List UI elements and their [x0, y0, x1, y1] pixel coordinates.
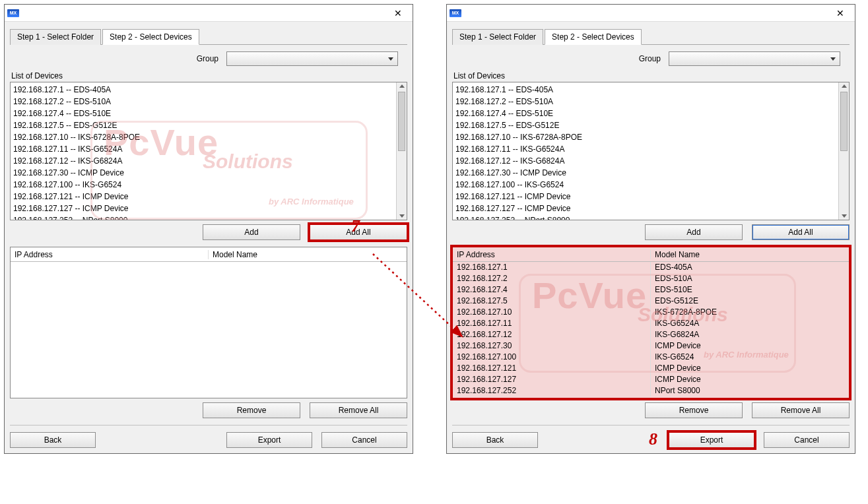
cell-model: EDS-510E [651, 284, 849, 296]
table-row[interactable]: 192.168.127.12IKS-G6824A [453, 329, 849, 340]
table-row[interactable]: 192.168.127.30ICMP Device [453, 340, 849, 352]
tab-step2[interactable]: Step 2 - Select Devices [102, 29, 199, 45]
cell-model: EDS-510A [651, 273, 849, 284]
titlebar: MX ✕ [447, 5, 855, 22]
tab-bar: Step 1 - Select Folder Step 2 - Select D… [452, 28, 850, 45]
device-item[interactable]: 192.168.127.5 -- EDS-G512E [13, 119, 393, 131]
device-item[interactable]: 192.168.127.12 -- IKS-G6824A [13, 155, 393, 167]
close-icon: ✕ [394, 8, 402, 18]
remove-button[interactable]: Remove [645, 402, 743, 418]
cell-model: EDS-G512E [651, 296, 849, 307]
device-item[interactable]: 192.168.127.30 -- ICMP Device [455, 167, 836, 179]
tab-step1[interactable]: Step 1 - Select Folder [10, 29, 101, 45]
device-item[interactable]: 192.168.127.252 -- NPort S8000 [13, 214, 393, 220]
cell-model: NPort S8000 [651, 385, 849, 396]
device-item[interactable]: 192.168.127.127 -- ICMP Device [455, 203, 836, 214]
device-item[interactable]: 192.168.127.10 -- IKS-6728A-8POE [455, 131, 836, 143]
device-item[interactable]: 192.168.127.5 -- EDS-G512E [455, 119, 836, 131]
table-row[interactable]: 192.168.127.252NPort S8000 [453, 385, 849, 396]
device-item[interactable]: 192.168.127.30 -- ICMP Device [13, 167, 393, 179]
device-item[interactable]: 192.168.127.4 -- EDS-510E [13, 108, 393, 119]
close-button[interactable]: ✕ [828, 6, 852, 20]
device-item[interactable]: 192.168.127.11 -- IKS-G6524A [455, 143, 836, 155]
close-button[interactable]: ✕ [386, 6, 410, 20]
table-row[interactable]: 192.168.127.5EDS-G512E [453, 296, 849, 307]
titlebar: MX ✕ [5, 5, 413, 22]
device-item[interactable]: 192.168.127.1 -- EDS-405A [13, 84, 393, 96]
device-item[interactable]: 192.168.127.252 -- NPort S8000 [455, 214, 836, 220]
add-button[interactable]: Add [203, 224, 300, 240]
device-item[interactable]: 192.168.127.100 -- IKS-G6524 [13, 179, 393, 191]
add-all-button[interactable]: Add All [752, 224, 850, 240]
cell-ip: 192.168.127.121 [453, 363, 651, 374]
add-button[interactable]: Add [645, 224, 743, 240]
close-icon: ✕ [836, 8, 844, 18]
table-row[interactable]: 192.168.127.11IKS-G6524A [453, 318, 849, 329]
devices-listbox[interactable]: 192.168.127.1 -- EDS-405A192.168.127.2 -… [10, 82, 407, 220]
add-all-button[interactable]: Add All [310, 224, 407, 240]
selected-devices-grid[interactable]: IP Address Model Name 192.168.127.1EDS-4… [452, 247, 850, 398]
cell-model: ICMP Device [651, 363, 849, 374]
cell-model: IKS-G6524 [651, 352, 849, 363]
cell-ip: 192.168.127.127 [453, 374, 651, 385]
cell-model: IKS-G6824A [651, 329, 849, 340]
back-button[interactable]: Back [452, 432, 538, 448]
table-row[interactable]: 192.168.127.100IKS-G6524 [453, 352, 849, 363]
table-row[interactable]: 192.168.127.10IKS-6728A-8POE [453, 307, 849, 318]
cancel-button[interactable]: Cancel [321, 432, 407, 448]
col-ip[interactable]: IP Address [11, 250, 209, 259]
table-row[interactable]: 192.168.127.2EDS-510A [453, 273, 849, 284]
remove-button[interactable]: Remove [203, 402, 300, 418]
app-icon: MX [7, 9, 19, 17]
group-label: Group [197, 54, 218, 63]
device-item[interactable]: 192.168.127.127 -- ICMP Device [13, 203, 393, 214]
cell-model: EDS-405A [651, 262, 849, 273]
group-label: Group [639, 54, 661, 63]
cell-ip: 192.168.127.2 [453, 273, 651, 284]
cell-model: IKS-G6524A [651, 318, 849, 329]
remove-all-button[interactable]: Remove All [310, 402, 407, 418]
table-row[interactable]: 192.168.127.4EDS-510E [453, 284, 849, 296]
device-item[interactable]: 192.168.127.11 -- IKS-G6524A [13, 143, 393, 155]
device-item[interactable]: 192.168.127.2 -- EDS-510A [13, 96, 393, 108]
cell-ip: 192.168.127.12 [453, 329, 651, 340]
back-button[interactable]: Back [10, 432, 96, 448]
device-item[interactable]: 192.168.127.10 -- IKS-6728A-8POE [13, 131, 393, 143]
table-row[interactable]: 192.168.127.121ICMP Device [453, 363, 849, 374]
cell-ip: 192.168.127.252 [453, 385, 651, 396]
dialog-right: MX ✕ Step 1 - Select Folder Step 2 - Sel… [446, 4, 855, 454]
cell-ip: 192.168.127.5 [453, 296, 651, 307]
remove-all-button[interactable]: Remove All [752, 402, 850, 418]
cell-model: ICMP Device [651, 340, 849, 352]
export-button[interactable]: Export [226, 432, 312, 448]
cell-ip: 192.168.127.1 [453, 262, 651, 273]
col-ip[interactable]: IP Address [453, 250, 651, 259]
cancel-button[interactable]: Cancel [764, 432, 850, 448]
selected-devices-grid[interactable]: IP Address Model Name [10, 247, 407, 398]
device-item[interactable]: 192.168.127.100 -- IKS-G6524 [455, 179, 836, 191]
callout-8: 8 [649, 429, 657, 449]
scrollbar[interactable] [838, 82, 849, 220]
table-row[interactable]: 192.168.127.1EDS-405A [453, 262, 849, 273]
export-button[interactable]: Export [669, 432, 754, 448]
col-model[interactable]: Model Name [651, 250, 849, 259]
cell-ip: 192.168.127.10 [453, 307, 651, 318]
tab-step1[interactable]: Step 1 - Select Folder [452, 29, 543, 45]
device-item[interactable]: 192.168.127.1 -- EDS-405A [455, 84, 836, 96]
group-combobox[interactable] [669, 51, 840, 66]
app-icon: MX [450, 9, 461, 17]
tab-step2[interactable]: Step 2 - Select Devices [545, 29, 642, 45]
table-row[interactable]: 192.168.127.127ICMP Device [453, 374, 849, 385]
device-item[interactable]: 192.168.127.2 -- EDS-510A [455, 96, 836, 108]
device-item[interactable]: 192.168.127.121 -- ICMP Device [13, 191, 393, 203]
dialog-left: MX ✕ Step 1 - Select Folder Step 2 - Sel… [4, 4, 413, 454]
devices-listbox[interactable]: 192.168.127.1 -- EDS-405A192.168.127.2 -… [452, 82, 850, 220]
cell-ip: 192.168.127.30 [453, 340, 651, 352]
col-model[interactable]: Model Name [209, 250, 407, 259]
device-item[interactable]: 192.168.127.4 -- EDS-510E [455, 108, 836, 119]
device-item[interactable]: 192.168.127.121 -- ICMP Device [455, 191, 836, 203]
group-combobox[interactable] [226, 51, 398, 66]
device-item[interactable]: 192.168.127.12 -- IKS-G6824A [455, 155, 836, 167]
scrollbar[interactable] [396, 82, 407, 220]
cell-ip: 192.168.127.4 [453, 284, 651, 296]
